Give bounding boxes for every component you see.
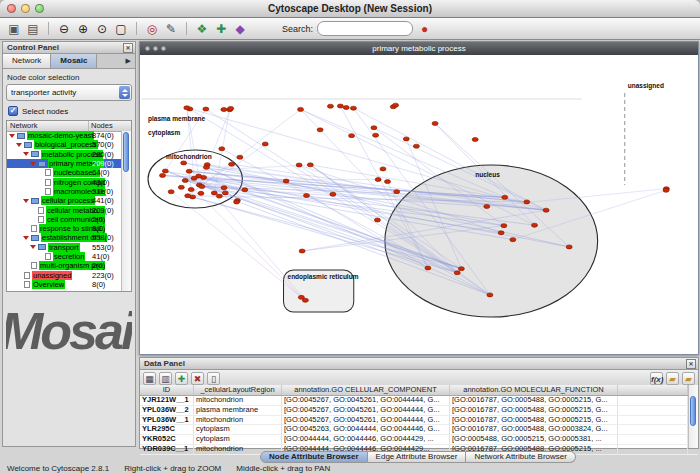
table-cell-blank[interactable] (618, 396, 688, 405)
select-nodes-checkbox[interactable]: ✓ (8, 106, 18, 116)
zoom-fit-icon[interactable]: ▢ (113, 21, 129, 37)
tab-network-attribute-browser[interactable]: Network Attribute Browser (466, 451, 575, 463)
table-cell-component[interactable]: [GO:0045267, GO:0045261, GO:0044444, G..… (282, 416, 450, 425)
node-color-select[interactable]: transporter activity (6, 84, 132, 101)
table-cell-id[interactable]: YKR052C (140, 435, 194, 444)
table-icon[interactable]: ▦ (143, 372, 156, 385)
plugins-icon[interactable]: ● (421, 22, 428, 36)
zoom-out-icon[interactable]: ⊖ (56, 21, 72, 37)
table-row[interactable]: YLR295Ccytoplasm[GO:0045263, GO:0044444,… (140, 425, 698, 435)
table-cell-region[interactable]: cytoplasm (194, 435, 282, 444)
search-input[interactable] (317, 21, 413, 36)
table-row[interactable]: YKR052Ccytoplasm[GO:0044444, GO:0044446,… (140, 435, 698, 445)
first-neighbors-icon[interactable]: ❖ (194, 21, 210, 37)
console-icon[interactable]: ▣ (6, 21, 22, 37)
table-cell-function[interactable]: [GO:0005488, GO:0005215, GO:0005381, ... (450, 435, 618, 444)
expander-icon[interactable] (9, 134, 15, 138)
table-cell-region[interactable]: mitochondrion (194, 416, 282, 425)
tree-item[interactable]: primary metab...209(0) (7, 159, 122, 168)
table-row[interactable]: YPL036W__1mitochondrion[GO:0045267, GO:0… (140, 416, 698, 426)
expander-icon[interactable] (23, 199, 29, 203)
tree-item[interactable]: nitrogen compo...43(0) (7, 177, 122, 186)
expander-icon[interactable] (30, 245, 36, 249)
table-column-header[interactable]: ID (140, 385, 194, 395)
tree-item[interactable]: metabolic process280(0) (7, 150, 122, 159)
tree-item[interactable]: cell communicati...2(0) (7, 215, 122, 224)
tree-item[interactable]: multi-organism pro...2(0) (7, 261, 122, 270)
delete-attribute-icon[interactable]: ✖ (191, 372, 204, 385)
table-cell-component[interactable]: [GO:0045263, GO:0044444, GO:0044446, G..… (282, 425, 450, 434)
table-cell-function[interactable]: [GO:0016787, GO:0005488, GO:0005215, G..… (450, 416, 618, 425)
expander-icon[interactable] (23, 236, 29, 240)
table-cell-function[interactable]: [GO:0016787, GO:0005488, GO:0005215, G..… (450, 396, 618, 405)
table-cell-id[interactable]: YPL036W__2 (140, 406, 194, 415)
expander-icon[interactable] (23, 152, 29, 156)
table-cell-blank[interactable] (618, 435, 688, 444)
tree-item[interactable]: biological_process570(0) (7, 140, 122, 149)
tab-node-attribute-browser[interactable]: Node Attribute Browser (260, 451, 368, 463)
columns-icon[interactable]: ▥ (159, 372, 172, 385)
new-attribute-icon[interactable]: ✚ (175, 372, 188, 385)
table-cell-blank[interactable] (618, 416, 688, 425)
print-icon[interactable]: ▤ (25, 21, 41, 37)
tree-item[interactable]: nucleobase...64(0) (7, 168, 122, 177)
minimize-window-icon[interactable] (21, 4, 30, 13)
table-column-header[interactable]: annotation.GO MOLECULAR_FUNCTION (450, 385, 618, 395)
tree-item[interactable]: macromolecule...311(0) (7, 187, 122, 196)
window-titlebar[interactable]: Cytoscape Desktop (New Session) (0, 0, 700, 18)
table-cell-component[interactable]: [GO:0044444, GO:0044446, GO:0044429, ... (282, 435, 450, 444)
tree-item[interactable]: response to stimul...8(0) (7, 224, 122, 233)
table-cell-function[interactable]: [GO:0016787, GO:0005488, GO:0003824, G..… (450, 425, 618, 434)
close-window-icon[interactable] (7, 4, 16, 13)
table-cell-region[interactable]: plasma membrane (194, 406, 282, 415)
table-cell-region[interactable]: mitochondrion (194, 396, 282, 405)
tree-item[interactable]: establishment of l...558(0) (7, 233, 122, 242)
zoom-in-icon[interactable]: ⊕ (75, 21, 91, 37)
network-canvas[interactable]: plasma membranecytoplasmmitochondrionnuc… (140, 55, 698, 354)
tree-item[interactable]: cellular metabo...209(0) (7, 205, 122, 214)
control-panel-close-icon[interactable]: ✕ (123, 43, 133, 53)
table-row[interactable]: YJR121W__1mitochondrion[GO:0045267, GO:0… (140, 396, 698, 406)
formula-icon[interactable]: f(x) (650, 372, 663, 385)
tree-scrollbar[interactable] (121, 131, 131, 291)
table-cell-function[interactable]: [GO:0016787, GO:0005488, GO:0005215, G..… (450, 406, 618, 415)
table-cell-blank[interactable] (618, 406, 688, 415)
table-cell-component[interactable]: [GO:0045267, GO:0045261, GO:0044444, G..… (282, 406, 450, 415)
tree-item[interactable]: transport553(0) (7, 243, 122, 252)
table-column-header[interactable]: _cellularLayoutRegion (194, 385, 282, 395)
tree-scrollbar-thumb[interactable] (123, 132, 129, 172)
tab-overflow-icon[interactable]: ▶ (122, 54, 135, 68)
table-cell-blank[interactable] (618, 425, 688, 434)
tree-item[interactable]: secretion41(0) (7, 252, 122, 261)
tab-mosaic[interactable]: Mosaic (51, 54, 97, 68)
frame-window-dots-icon[interactable] (145, 46, 166, 51)
expander-icon[interactable] (16, 143, 22, 147)
save-folder-icon[interactable]: ▰ (682, 372, 695, 385)
table-cell-id[interactable]: YPL036W__1 (140, 416, 194, 425)
table-cell-id[interactable]: YLR295C (140, 425, 194, 434)
table-cell-region[interactable]: cytoplasm (194, 425, 282, 434)
tree-item[interactable]: unassigned223(0) (7, 270, 122, 279)
snapshot-icon[interactable]: ◎ (144, 21, 160, 37)
table-column-header[interactable]: annotation.GO CELLULAR_COMPONENT (282, 385, 450, 395)
tab-network[interactable]: Network (3, 54, 51, 68)
table-scrollbar[interactable] (688, 385, 698, 448)
zoom-window-icon[interactable] (35, 4, 44, 13)
table-cell-id[interactable]: YJR121W__1 (140, 396, 194, 405)
expander-icon[interactable] (30, 162, 36, 166)
tree-item[interactable]: mosaic-demo-yeast874(0) (7, 131, 122, 140)
table-cell-component[interactable]: [GO:0045267, GO:0045261, GO:0044444, G..… (282, 396, 450, 405)
table-row[interactable]: YPL036W__2plasma membrane[GO:0045267, GO… (140, 406, 698, 416)
trash-icon[interactable]: ▯ (207, 372, 220, 385)
table-column-header[interactable] (618, 385, 688, 395)
data-panel-close-icon[interactable]: ✕ (686, 359, 696, 369)
zoom-selected-icon[interactable]: ⊙ (94, 21, 110, 37)
network-view-titlebar[interactable]: primary metabolic process (140, 42, 698, 55)
tree-item[interactable]: Overview8(0) (7, 280, 122, 289)
annotation-icon[interactable]: ✎ (163, 21, 179, 37)
tab-edge-attribute-browser[interactable]: Edge Attribute Browser (368, 451, 467, 463)
tree-item[interactable]: cellular process441(0) (7, 196, 122, 205)
open-folder-icon[interactable]: ▰ (666, 372, 679, 385)
vizmapper-icon[interactable]: ◆ (232, 21, 248, 37)
new-network-icon[interactable]: ✚ (213, 21, 229, 37)
